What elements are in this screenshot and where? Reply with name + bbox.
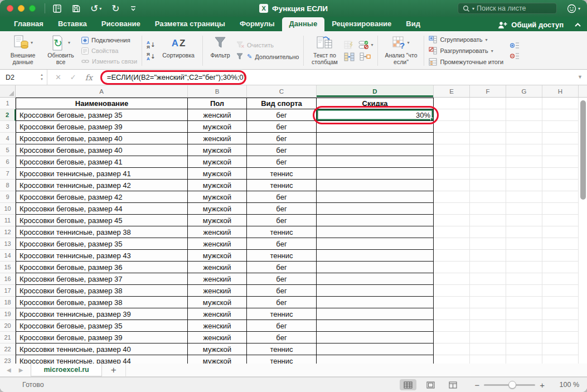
cell-C18[interactable]: бег	[247, 297, 317, 308]
consolidate-icon[interactable]	[344, 52, 355, 61]
cell-E7[interactable]	[434, 168, 470, 180]
cell-F12[interactable]	[470, 226, 506, 238]
cell-F10[interactable]	[470, 203, 506, 215]
cell-F1[interactable]	[470, 98, 506, 109]
column-header-A[interactable]: A	[16, 85, 188, 97]
tab-Главная[interactable]: Главная	[7, 17, 51, 31]
zoom-slider-thumb[interactable]	[508, 381, 516, 389]
expand-formula-bar-icon[interactable]: ▼	[578, 74, 583, 80]
cell-B12[interactable]: женский	[188, 226, 247, 238]
quick-access-more-icon[interactable]	[130, 5, 137, 12]
undo-icon[interactable]: ↺ ▾	[90, 4, 101, 13]
cell-H11[interactable]	[542, 215, 579, 226]
tab-Вставка[interactable]: Вставка	[51, 17, 94, 31]
cell-E21[interactable]	[434, 332, 470, 343]
cell-E12[interactable]	[434, 226, 470, 238]
column-header-C[interactable]: C	[247, 85, 317, 97]
cell-E17[interactable]	[434, 285, 470, 297]
cell-B1[interactable]: Пол	[188, 98, 247, 109]
cell-E10[interactable]	[434, 203, 470, 215]
cell-H1[interactable]	[542, 98, 579, 109]
cell-B20[interactable]: женский	[188, 320, 247, 332]
cell-F16[interactable]	[470, 273, 506, 285]
row-header-11[interactable]: 11	[0, 215, 16, 226]
cell-A14[interactable]: Кроссовки теннисные, размер 43	[16, 250, 188, 262]
cell-F8[interactable]	[470, 180, 506, 191]
column-header-E[interactable]: E	[434, 85, 470, 97]
cell-E2[interactable]	[434, 109, 470, 121]
cell-A7[interactable]: Кроссовки теннисные, размер 41	[16, 168, 188, 180]
cell-F7[interactable]	[470, 168, 506, 180]
cell-H21[interactable]	[542, 332, 579, 343]
cell-C6[interactable]: бег	[247, 156, 317, 168]
cell-E20[interactable]	[434, 320, 470, 332]
cell-A4[interactable]: Кроссовки беговые, размер 40	[16, 133, 188, 144]
cell-G13[interactable]	[506, 238, 542, 250]
stepper-up-icon[interactable]: ▲	[40, 73, 43, 77]
sort-ascending-button[interactable]: АЯ ↓	[147, 41, 156, 50]
cell-H18[interactable]	[542, 297, 579, 308]
cell-F5[interactable]	[470, 144, 506, 156]
zoom-slider[interactable]	[484, 384, 535, 386]
cell-A15[interactable]: Кроссовки беговые, размер 36	[16, 262, 188, 273]
advanced-filter-button[interactable]: ✎ Дополнительно	[236, 53, 299, 61]
cell-G22[interactable]	[506, 343, 542, 355]
cell-F17[interactable]	[470, 285, 506, 297]
cell-C3[interactable]: бег	[247, 121, 317, 133]
cell-C22[interactable]: теннис	[247, 343, 317, 355]
cell-D17[interactable]	[317, 285, 434, 297]
cell-F9[interactable]	[470, 191, 506, 203]
cell-C17[interactable]: бег	[247, 285, 317, 297]
cell-E1[interactable]	[434, 98, 470, 109]
external-data-button[interactable]: ▾ Внешние данные	[6, 34, 40, 67]
cell-H15[interactable]	[542, 262, 579, 273]
cell-E4[interactable]	[434, 133, 470, 144]
cell-E15[interactable]	[434, 262, 470, 273]
cell-G9[interactable]	[506, 191, 542, 203]
cell-H19[interactable]	[542, 308, 579, 320]
cell-D7[interactable]	[317, 168, 434, 180]
cell-A16[interactable]: Кроссовки беговые, размер 37	[16, 273, 188, 285]
cell-A13[interactable]: Кроссовки беговые, размер 35	[16, 238, 188, 250]
cell-D22[interactable]	[317, 343, 434, 355]
cell-F20[interactable]	[470, 320, 506, 332]
cell-C10[interactable]: бег	[247, 203, 317, 215]
cell-D9[interactable]	[317, 191, 434, 203]
search-scope-caret-icon[interactable]: ▾	[472, 6, 474, 11]
column-header-B[interactable]: B	[188, 85, 247, 97]
formula-input[interactable]: =ЕСЛИ(И(B2="женский";C2="бег");30%;0)	[100, 73, 246, 81]
cell-D18[interactable]	[317, 297, 434, 308]
redo-icon[interactable]: ↻	[111, 4, 119, 13]
cell-G2[interactable]	[506, 109, 542, 121]
cell-A3[interactable]: Кроссовки беговые, размер 39	[16, 121, 188, 133]
cell-B18[interactable]: мужской	[188, 297, 247, 308]
cell-F19[interactable]	[470, 308, 506, 320]
feedback-control[interactable]: ▾	[567, 4, 580, 13]
cell-F15[interactable]	[470, 262, 506, 273]
row-header-17[interactable]: 17	[0, 285, 16, 297]
cell-B4[interactable]: женский	[188, 133, 247, 144]
cell-C9[interactable]: бег	[247, 191, 317, 203]
cell-B17[interactable]: женский	[188, 285, 247, 297]
subtotal-button[interactable]: Промежуточные итоги	[429, 58, 503, 66]
cell-B16[interactable]: женский	[188, 273, 247, 285]
cell-B13[interactable]: женский	[188, 238, 247, 250]
cell-B9[interactable]: мужской	[188, 191, 247, 203]
stepper-down-icon[interactable]: ▼	[40, 78, 43, 81]
cell-C16[interactable]: бег	[247, 273, 317, 285]
cell-A18[interactable]: Кроссовки беговые, размер 38	[16, 297, 188, 308]
cell-G14[interactable]	[506, 250, 542, 262]
cell-G21[interactable]	[506, 332, 542, 343]
cell-D5[interactable]	[317, 144, 434, 156]
cell-B2[interactable]: женский	[188, 109, 247, 121]
cell-F4[interactable]	[470, 133, 506, 144]
cell-B21[interactable]: женский	[188, 332, 247, 343]
page-break-view-button[interactable]	[444, 379, 461, 390]
row-header-5[interactable]: 5	[0, 144, 16, 156]
undo-dropdown-icon[interactable]: ▾	[99, 6, 101, 11]
column-header-F[interactable]: F	[470, 85, 506, 97]
cell-E14[interactable]	[434, 250, 470, 262]
ungroup-button[interactable]: Разгруппировать ▾	[429, 47, 503, 55]
cell-H8[interactable]	[542, 180, 579, 191]
cell-H12[interactable]	[542, 226, 579, 238]
